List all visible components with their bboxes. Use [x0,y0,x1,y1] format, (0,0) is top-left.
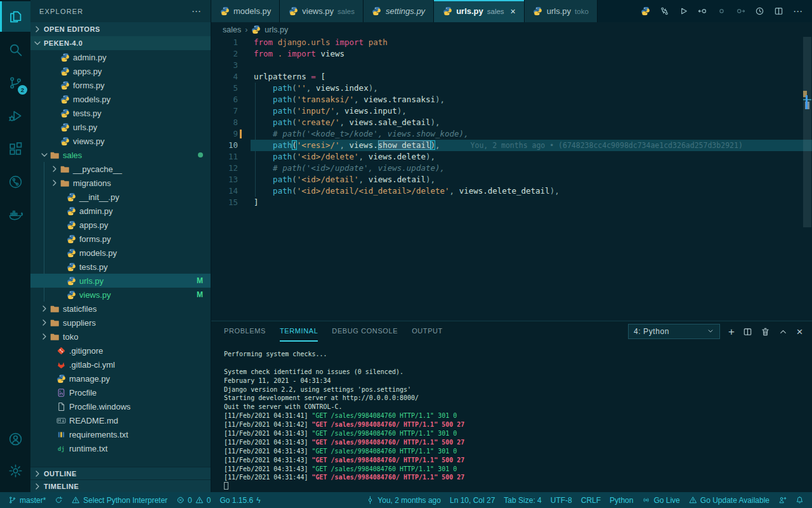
tree-item-tests.py[interactable]: tests.py [30,260,211,274]
more-actions-icon[interactable]: ⋯ [793,6,803,17]
activity-extensions[interactable] [0,133,30,164]
tree-item-manage.py[interactable]: manage.py [30,371,211,385]
panel-tab-output[interactable]: OUTPUT [412,321,443,342]
editor-tab-urls.py[interactable]: urls.pysales× [434,0,525,22]
tree-item-Procfile[interactable]: Procfile [30,385,211,399]
panel-tab-debug-console[interactable]: DEBUG CONSOLE [332,321,398,342]
status-item-notifications[interactable] [791,492,808,508]
status-item-go-version[interactable]: Go 1.15.6ϟ [215,492,265,508]
code-line[interactable]: 11 path('<id>/delete', views.delete), [211,151,812,163]
tree-item-views.py[interactable]: views.pyM [30,288,211,302]
status-item-eol[interactable]: CRLF [577,492,605,508]
status-item-blame[interactable]: You, 2 months ago [362,492,445,508]
timeline-header[interactable]: TIMELINE [30,479,211,492]
tree-item-requirements.txt[interactable]: requirements.txt [30,427,211,441]
tree-item-staticfiles[interactable]: staticfiles [30,302,211,316]
code-line[interactable]: 14 path('<id>/detail/<id_detail>/delete'… [211,185,812,197]
tree-item-Procfile.windows[interactable]: Procfile.windows [30,399,211,413]
status-item-encoding[interactable]: UTF-8 [546,492,577,508]
code-line[interactable]: 2from . import views [211,48,812,60]
compare-icon[interactable] [660,6,669,16]
tree-item-.gitignore[interactable]: .gitignore [30,344,211,358]
code-line[interactable]: 3 [211,60,812,71]
code-line[interactable]: 12 # path('<id>/update', views.update), [211,163,812,174]
status-item-language-mode[interactable]: Python [605,492,638,508]
activity-run-debug[interactable] [0,100,30,131]
tree-item-runtime.txt[interactable]: djruntime.txt [30,441,211,455]
python-icon[interactable] [641,6,650,16]
breadcrumb-file[interactable]: urls.py [265,25,288,34]
activity-account[interactable] [0,424,30,454]
tree-item-__init__.py[interactable]: __init__.py [30,190,211,204]
activity-docker[interactable] [0,199,30,230]
activity-explorer[interactable] [0,1,30,32]
status-item-tab-size[interactable]: Tab Size: 4 [499,492,546,508]
tree-item-apps.py[interactable]: apps.py [30,218,211,232]
tree-item-models.py[interactable]: models.py [30,246,211,260]
status-item-sync[interactable] [50,492,67,508]
code-line[interactable]: 15] [211,197,812,208]
explorer-more-icon[interactable]: ⋯ [192,6,202,17]
terminal-select[interactable]: 4: Python [628,324,720,339]
status-item-git-branch[interactable]: master* [4,492,50,508]
activity-search[interactable] [0,34,30,65]
tree-item-migrations[interactable]: migrations [30,176,211,190]
tree-item-apps.py[interactable]: apps.py [30,64,211,78]
tree-item-forms.py[interactable]: forms.py [30,232,211,246]
status-item-go-live[interactable]: Go Live [638,492,684,508]
breadcrumb-folder[interactable]: sales [223,25,241,34]
activity-settings[interactable] [0,455,30,486]
tree-item-views.py[interactable]: views.py [30,134,211,148]
outline-header[interactable]: OUTLINE [30,467,211,479]
open-editors-header[interactable]: OPEN EDITORS [30,22,211,36]
activity-gitlens[interactable] [0,166,30,197]
code-line[interactable]: 1from django.urls import path [211,37,812,48]
tree-item-forms.py[interactable]: forms.py [30,78,211,92]
run-icon[interactable] [679,6,688,16]
code-line[interactable]: 9 # path('<kode_t>/kode', views.show_kod… [211,128,812,140]
editor-tab-views.py[interactable]: views.pysales [280,0,363,22]
code-line[interactable]: 4urlpatterns = [ [211,71,812,83]
code-editor[interactable]: 1from django.urls import path2from . imp… [211,37,812,321]
status-item-feedback[interactable] [774,492,791,508]
terminal-output[interactable]: Performing system checks...System check … [211,342,812,491]
code-line[interactable]: 13 path('<id>/detail', views.detail), [211,174,812,185]
tree-item-admin.py[interactable]: admin.py [30,204,211,218]
tree-item-__pycache__[interactable]: __pycache__ [30,162,211,176]
tree-item-admin.py[interactable]: admin.py [30,50,211,64]
status-item-go-update[interactable]: Go Update Available [684,492,774,508]
next-change-icon[interactable] [736,6,745,16]
code-line[interactable]: 7 path('input/', views.input), [211,105,812,117]
prev-change-icon[interactable] [698,6,707,16]
history-icon[interactable] [755,6,764,16]
tree-item-.gitlab-ci.yml[interactable]: .gitlab-ci.yml [30,358,211,371]
editor-tab-models.py[interactable]: models.py [211,0,280,22]
editor-scrollbar[interactable] [803,37,811,227]
tree-item-urls.py[interactable]: urls.py [30,120,211,134]
code-line[interactable]: 10 path('<resi>/', views.show_detail),Yo… [211,140,812,151]
code-line[interactable]: 8 path('create/', views.sale_detail), [211,117,812,128]
tree-item-urls.py[interactable]: urls.pyM [30,274,211,288]
close-panel-button[interactable]: × [796,326,803,337]
breadcrumb[interactable]: sales › urls.py [211,22,812,37]
tree-item-tests.py[interactable]: tests.py [30,106,211,120]
maximize-panel-button[interactable] [778,327,788,337]
split-editor-icon[interactable] [774,6,783,16]
status-item-python-interpreter[interactable]: Select Python Interpreter [67,492,172,508]
panel-tab-terminal[interactable]: TERMINAL [280,321,318,342]
tree-item-README.md[interactable]: README.md [30,413,211,427]
change-icon[interactable] [717,6,726,16]
code-line[interactable]: 6 path('transaksi/', views.transaksi), [211,94,812,105]
new-terminal-button[interactable]: + [728,326,735,337]
tree-item-sales[interactable]: sales [30,148,211,162]
editor-tab-settings.py[interactable]: settings.py [363,0,434,22]
editor-tab-urls.py[interactable]: urls.pytoko [525,0,598,22]
status-item-cursor-position[interactable]: Ln 10, Col 27 [445,492,499,508]
close-icon[interactable]: × [511,6,516,17]
tree-item-models.py[interactable]: models.py [30,92,211,106]
status-item-problems[interactable]: 00 [172,492,215,508]
tree-item-toko[interactable]: toko [30,330,211,344]
project-header[interactable]: PEKEN-4.0 [30,36,211,50]
activity-source-control[interactable]: 2 [0,67,30,98]
split-terminal-button[interactable] [743,327,752,337]
